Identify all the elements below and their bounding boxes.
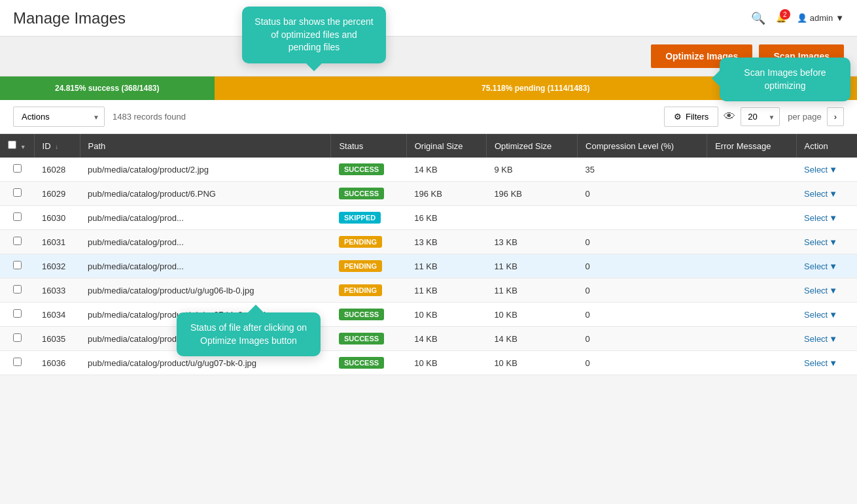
row-optimized-size: 14 KB [486, 327, 577, 351]
actions-dropdown-wrap: Actions ▼ [13, 107, 105, 127]
row-action-cell: Select ▼ [796, 278, 857, 303]
th-path[interactable]: Path [80, 134, 331, 158]
row-original-size: 196 KB [406, 182, 486, 206]
row-action-cell: Select ▼ [796, 327, 857, 351]
id-sort-icon: ↓ [55, 143, 58, 150]
progress-success: 24.815% success (368/1483) [0, 76, 215, 100]
optimize-images-button[interactable]: Optimize Images [651, 44, 752, 68]
row-optimized-size: 10 KB [486, 303, 577, 327]
row-status: SUCCESS [331, 351, 406, 375]
row-action-cell: Select ▼ [796, 254, 857, 278]
row-action-cell: Select ▼ [796, 351, 857, 375]
row-optimized-size: 11 KB [486, 278, 577, 303]
row-status: SKIPPED [331, 206, 406, 230]
table-row: 16030 pub/media/catalog/prod... SKIPPED … [0, 206, 857, 230]
select-chevron-icon: ▼ [829, 286, 837, 295]
row-action-cell: Select ▼ [796, 206, 857, 230]
row-select-link[interactable]: Select ▼ [804, 261, 837, 271]
row-error [707, 206, 796, 230]
filters-button[interactable]: ⚙ Filters [664, 107, 718, 127]
row-select-link[interactable]: Select ▼ [804, 213, 837, 223]
records-found: 1483 records found [113, 112, 186, 122]
th-id[interactable]: ID ↓ [34, 134, 80, 158]
admin-menu-button[interactable]: 👤 admin ▼ [797, 13, 844, 23]
row-checkbox[interactable] [13, 333, 22, 342]
row-path: pub/media/catalog/prod... [80, 206, 331, 230]
row-status: SUCCESS [331, 158, 406, 182]
select-chevron-icon: ▼ [829, 213, 837, 223]
row-select-link[interactable]: Select ▼ [804, 286, 837, 295]
row-checkbox[interactable] [13, 261, 22, 269]
scan-images-button[interactable]: Scan Images [759, 44, 844, 68]
top-header: Manage Images 🔍 🔔 2 👤 admin ▼ [0, 0, 857, 37]
row-checkbox-cell [0, 182, 34, 206]
status-badge: PENDING [339, 284, 382, 296]
row-select-link[interactable]: Select ▼ [804, 334, 837, 344]
row-id: 16028 [34, 158, 80, 182]
th-optimized-size[interactable]: Optimized Size [486, 134, 577, 158]
select-chevron-icon: ▼ [829, 358, 837, 368]
row-optimized-size: 11 KB [486, 254, 577, 278]
row-select-link[interactable]: Select ▼ [804, 358, 837, 368]
row-optimized-size: 13 KB [486, 230, 577, 254]
row-error [707, 278, 796, 303]
row-original-size: 10 KB [406, 303, 486, 327]
th-compression[interactable]: Compression Level (%) [578, 134, 707, 158]
row-checkbox[interactable] [13, 164, 22, 173]
row-checkbox[interactable] [13, 237, 22, 245]
notifications-button[interactable]: 🔔 2 [776, 13, 786, 23]
row-compression [578, 206, 707, 230]
table-row: 16035 pub/media/catalog/product/u/g/ug04… [0, 327, 857, 351]
row-status: PENDING [331, 254, 406, 278]
status-badge: PENDING [339, 260, 382, 272]
row-error [707, 351, 796, 375]
row-path: pub/media/catalog/product/u/g/ug04-bk-0.… [80, 327, 331, 351]
th-error[interactable]: Error Message [707, 134, 796, 158]
per-page-select[interactable]: 20 50 100 [741, 107, 780, 126]
status-badge: SUCCESS [339, 188, 384, 199]
row-select-link[interactable]: Select ▼ [804, 165, 837, 175]
row-select-link[interactable]: Select ▼ [804, 237, 837, 247]
search-button[interactable]: 🔍 [751, 11, 765, 25]
row-id: 16031 [34, 230, 80, 254]
row-checkbox[interactable] [13, 188, 22, 197]
row-checkbox[interactable] [13, 309, 22, 318]
th-checkbox: ▼ [0, 134, 34, 158]
row-optimized-size: 9 KB [486, 158, 577, 182]
select-all-checkbox[interactable] [8, 141, 16, 149]
row-select-link[interactable]: Select ▼ [804, 310, 837, 320]
select-chevron-icon: ▼ [829, 189, 837, 199]
table-row: 16029 pub/media/catalog/product/6.PNG SU… [0, 182, 857, 206]
row-id: 16032 [34, 254, 80, 278]
row-original-size: 11 KB [406, 278, 486, 303]
row-select-link[interactable]: Select ▼ [804, 189, 837, 199]
row-path: pub/media/catalog/product/u/g/ug07-bk-0_… [80, 303, 331, 327]
progress-pending: 75.118% pending (1114/1483) [215, 76, 858, 100]
th-original-size[interactable]: Original Size [406, 134, 486, 158]
table-controls: Actions ▼ 1483 records found ⚙ Filters 👁… [0, 100, 857, 134]
header-right: 🔍 🔔 2 👤 admin ▼ [751, 11, 844, 25]
select-chevron-icon: ▼ [829, 237, 837, 247]
columns-toggle-icon[interactable]: 👁 [724, 110, 735, 124]
row-compression: 0 [578, 303, 707, 327]
select-label: Select [804, 213, 828, 223]
table-row: 16033 pub/media/catalog/product/u/g/ug06… [0, 278, 857, 303]
select-chevron-icon: ▼ [829, 261, 837, 271]
select-label: Select [804, 286, 828, 295]
actions-select[interactable]: Actions [13, 107, 105, 127]
select-label: Select [804, 261, 828, 271]
row-checkbox[interactable] [13, 358, 22, 366]
next-page-button[interactable]: › [827, 107, 844, 126]
table-row: 16036 pub/media/catalog/product/u/g/ug07… [0, 351, 857, 375]
row-checkbox[interactable] [13, 285, 22, 294]
row-checkbox[interactable] [13, 212, 22, 221]
row-status: PENDING [331, 230, 406, 254]
row-compression: 0 [578, 182, 707, 206]
row-error [707, 327, 796, 351]
th-status[interactable]: Status [331, 134, 406, 158]
row-id: 16036 [34, 351, 80, 375]
page-title: Manage Images [13, 9, 126, 27]
row-checkbox-cell [0, 230, 34, 254]
row-optimized-size: 10 KB [486, 351, 577, 375]
select-label: Select [804, 237, 828, 247]
